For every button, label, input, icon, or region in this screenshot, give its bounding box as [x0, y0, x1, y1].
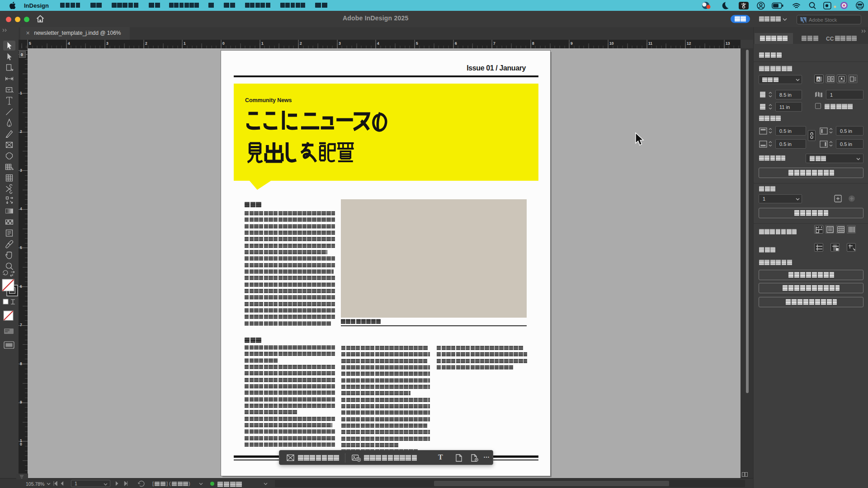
svg-text:A: A: [817, 77, 820, 82]
